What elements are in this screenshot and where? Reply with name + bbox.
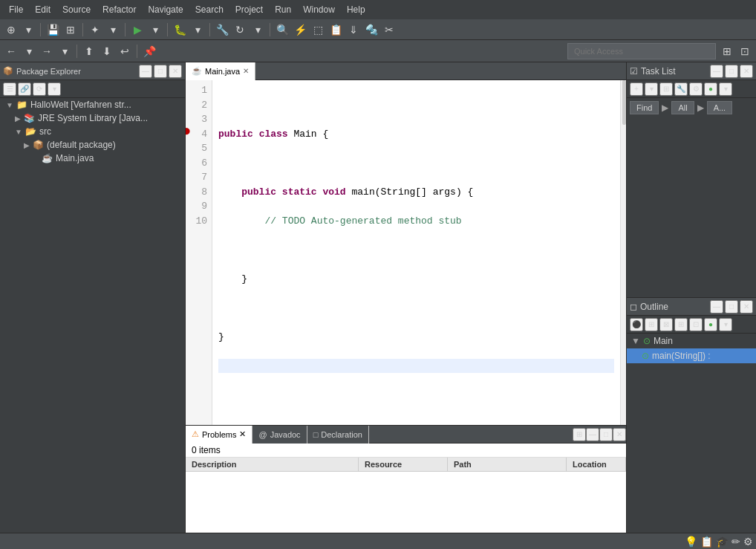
tree-item-jre[interactable]: ▶ 📚 JRE System Library [Java... <box>0 111 185 125</box>
pkg-sync-btn[interactable]: ⟳ <box>33 82 46 96</box>
pkg-menu-btn[interactable]: ▾ <box>48 82 61 96</box>
outline-minimize-btn[interactable]: — <box>710 300 723 314</box>
status-clipboard-icon[interactable]: 📋 <box>700 536 713 548</box>
back-btn2[interactable]: ⬆ <box>81 43 97 59</box>
run-button[interactable]: ▶ <box>129 22 146 38</box>
problems-table-header: Description Resource Path Location <box>186 458 626 472</box>
save-all-button[interactable]: ⊞ <box>62 22 79 38</box>
btn-c[interactable]: 🔍 <box>274 22 290 38</box>
btn-d[interactable]: ⚡ <box>292 22 308 38</box>
menu-file[interactable]: File <box>3 3 29 16</box>
nav-fwd-button[interactable]: → <box>39 43 55 59</box>
fwd-btn3[interactable]: ↩ <box>117 43 133 59</box>
menu-refactor[interactable]: Refactor <box>97 3 142 16</box>
task-list-icon: ☑ <box>630 66 638 77</box>
debug-dropdown[interactable]: ▾ <box>189 22 206 38</box>
status-gear-icon[interactable]: ⚙ <box>743 536 753 548</box>
publish-button[interactable]: ✦ <box>87 22 103 38</box>
task-minimize-btn[interactable]: — <box>710 65 723 78</box>
menu-search[interactable]: Search <box>189 3 229 16</box>
pkg-close-btn[interactable]: ✕ <box>169 65 182 78</box>
scrollbar-thumb[interactable] <box>622 80 626 125</box>
menu-run[interactable]: Run <box>269 3 297 16</box>
tab-close-main-java[interactable]: ✕ <box>243 67 249 75</box>
bottom-close-btn[interactable]: ✕ <box>613 428 626 441</box>
task-settings-btn[interactable]: ⚙ <box>689 82 703 96</box>
new-button[interactable]: ⊕ <box>3 22 19 38</box>
task-dropdown-btn[interactable]: ▾ <box>645 82 658 96</box>
btn-i[interactable]: ✂ <box>381 22 397 38</box>
perspective-btn1[interactable]: ⊞ <box>719 43 735 59</box>
btn-a[interactable]: 🔧 <box>214 22 230 38</box>
outline-class-main[interactable]: ▼ ⊙ Main <box>627 334 756 348</box>
tab-javadoc[interactable]: @ Javadoc <box>252 426 307 444</box>
bottom-minimize-btn[interactable]: — <box>586 428 599 441</box>
pkg-link-btn[interactable]: 🔗 <box>18 82 31 96</box>
tree-item-default-pkg[interactable]: ▶ 📦 (default package) <box>0 138 185 152</box>
editor-content[interactable]: 1 2 3 4⬤ 5 6 7 8 9 10 public class Main … <box>186 80 626 425</box>
status-lightbulb-icon[interactable]: 💡 <box>685 536 697 548</box>
scrollbar-right[interactable] <box>620 80 626 425</box>
publish-dropdown[interactable]: ▾ <box>105 22 121 38</box>
quick-access-input[interactable] <box>567 43 716 59</box>
pkg-collapse-btn[interactable]: ☰ <box>3 82 16 96</box>
btn-f[interactable]: 📋 <box>328 22 344 38</box>
outline-method-main[interactable]: ⊙ main(String[]) : <box>627 348 756 363</box>
task-filter-btn[interactable]: 🔧 <box>674 82 688 96</box>
tab-declaration[interactable]: □ Declaration <box>307 426 369 444</box>
btn-g[interactable]: ⇓ <box>345 22 362 38</box>
code-line-10 <box>218 359 614 374</box>
menu-project[interactable]: Project <box>229 3 269 16</box>
find-button[interactable]: Find <box>630 101 659 114</box>
outline-green-btn[interactable]: ● <box>704 318 717 331</box>
fwd-btn2[interactable]: ⬇ <box>99 43 115 59</box>
task-expand-btn[interactable]: ▾ <box>719 82 732 96</box>
btn-b2[interactable]: ▾ <box>250 22 266 38</box>
bottom-maximize-btn[interactable]: □ <box>599 428 613 441</box>
nav-back-dropdown[interactable]: ▾ <box>21 43 37 59</box>
new-dropdown[interactable]: ▾ <box>20 22 36 38</box>
outline-expand-btn[interactable]: ▾ <box>719 318 732 331</box>
nav-fwd-dropdown[interactable]: ▾ <box>56 43 73 59</box>
bottom-view-menu-btn[interactable]: ⊞ <box>573 428 586 441</box>
task-green-btn[interactable]: ● <box>704 82 717 96</box>
pkg-maximize-btn[interactable]: □ <box>154 65 167 78</box>
task-sort-btn[interactable]: ⊞ <box>659 82 673 96</box>
a-button[interactable]: A... <box>707 101 733 114</box>
btn-h[interactable]: 🔩 <box>363 22 379 38</box>
nav-back-button[interactable]: ← <box>3 43 19 59</box>
menu-help[interactable]: Help <box>341 3 371 16</box>
status-edit-icon[interactable]: ✏ <box>731 536 740 548</box>
outline-filter-btn[interactable]: ⊞ <box>674 318 688 331</box>
outline-settings-btn[interactable]: ⊡ <box>689 318 703 331</box>
tab-problems[interactable]: ⚠ Problems ✕ <box>186 426 252 444</box>
code-editor[interactable]: public class Main { public static void m… <box>212 80 620 425</box>
editor-tab-main-java[interactable]: ☕ Main.java ✕ <box>186 62 255 80</box>
btn-b[interactable]: ↻ <box>232 22 248 38</box>
debug-button[interactable]: 🐛 <box>172 22 188 38</box>
menu-navigate[interactable]: Navigate <box>142 3 189 16</box>
outline-fields-btn[interactable]: ⊞ <box>645 318 658 331</box>
perspective-btn2[interactable]: ⊡ <box>737 43 753 59</box>
pkg-minimize-btn[interactable]: — <box>139 65 152 78</box>
menu-source[interactable]: Source <box>56 3 97 16</box>
pin-button[interactable]: 📌 <box>141 43 157 59</box>
menu-edit[interactable]: Edit <box>29 3 56 16</box>
menu-window[interactable]: Window <box>297 3 341 16</box>
run-dropdown[interactable]: ▾ <box>147 22 163 38</box>
task-add-btn[interactable]: + <box>630 82 643 96</box>
status-graduation-icon[interactable]: 🎓 <box>716 536 729 548</box>
tree-item-src[interactable]: ▼ 📂 src <box>0 125 185 138</box>
outline-sort-btn[interactable]: ⚫ <box>630 318 643 331</box>
tab-problems-close[interactable]: ✕ <box>239 429 246 439</box>
all-button[interactable]: All <box>671 101 694 114</box>
task-close-btn[interactable]: ✕ <box>740 65 753 78</box>
task-maximize-btn[interactable]: □ <box>725 65 738 78</box>
outline-maximize-btn[interactable]: □ <box>725 300 738 314</box>
tree-item-main-java[interactable]: ▶ ☕ Main.java <box>0 152 185 165</box>
outline-close-btn[interactable]: ✕ <box>740 300 753 314</box>
tree-item-project[interactable]: ▼ 📁 HalloWelt [Verfahren str... <box>0 98 185 111</box>
outline-method-btn[interactable]: ⊠ <box>659 318 673 331</box>
btn-e[interactable]: ⬚ <box>310 22 326 38</box>
save-button[interactable]: 💾 <box>45 22 61 38</box>
